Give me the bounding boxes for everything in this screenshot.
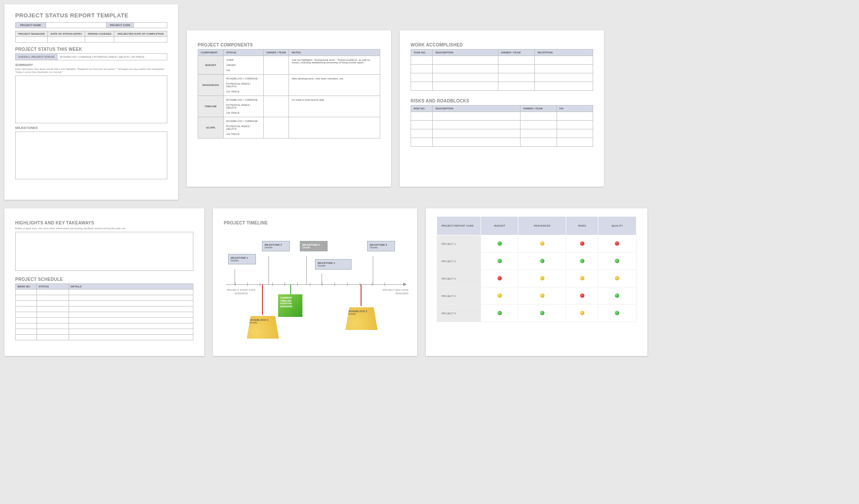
arrow-right-icon: [403, 283, 407, 286]
th-risks: RISKS: [566, 217, 598, 235]
status-this-week-heading: PROJECT STATUS THIS WEEK: [15, 47, 167, 52]
current-position: CURRENTTIMELINEPOSITION00/00/0000: [278, 294, 302, 317]
table-row: [16, 306, 193, 312]
status-dot-icon: [580, 276, 584, 280]
milestone-1: MILESTONE 1Details: [228, 254, 256, 264]
timeline-heading: PROJECT TIMELINE: [224, 221, 406, 225]
table-row: TIMELINEROADBLOCK / OVERAGE - POTENTIAL …: [198, 96, 380, 117]
label-project-code: PROJECT CODE: [106, 23, 134, 28]
status-dot-icon: [615, 293, 619, 298]
table-row: [411, 138, 593, 147]
schedule-table: WEEK NO.STATUSDETAILS: [15, 283, 193, 340]
highlights-hint: Bullets of great work, who owns what, wh…: [15, 227, 193, 230]
row-label: PROJECT 5: [437, 305, 481, 322]
table-row: [411, 73, 593, 82]
table-row: [411, 56, 593, 65]
components-table: COMPONENT STATUS OWNER / TEAM NOTES BUDG…: [198, 49, 380, 138]
highlights-box[interactable]: [15, 232, 193, 271]
table-row: [16, 295, 193, 301]
timeline-axis: [226, 284, 404, 285]
table-row: RESOURCESROADBLOCK / OVERAGE - POTENTIAL…: [198, 75, 380, 96]
table-row: [411, 112, 593, 121]
status-dot-icon: [540, 241, 544, 246]
status-dot-icon: [615, 276, 619, 280]
table-row: [16, 329, 193, 335]
summary-box[interactable]: [15, 76, 167, 123]
page-timeline: PROJECT TIMELINE MILESTONE 1Details MILE…: [213, 208, 417, 356]
th-notes: NOTES: [289, 49, 380, 56]
roadblock-2: ROADBLOCK 2Details: [345, 307, 378, 330]
table-row: PROJECT 1: [437, 235, 637, 253]
schedule-heading: PROJECT SCHEDULE: [15, 277, 193, 282]
status-dot-icon: [580, 241, 584, 246]
status-dot-icon: [540, 259, 544, 263]
label-date-entry: DATE OF STATUS ENTRY: [48, 31, 85, 37]
table-row: [16, 301, 193, 306]
milestone-5: MILESTONE 5Details: [367, 241, 395, 251]
milestone-4: MILESTONE 4Details: [315, 259, 352, 270]
summary-hint: Enter information here about overall sta…: [15, 68, 167, 74]
table-row: [16, 290, 193, 295]
table-row: BUDGETOVER - UNDER - ONCall out highligh…: [198, 56, 380, 75]
table-row: [411, 82, 593, 91]
th-owner: OWNER / TEAM: [263, 49, 289, 56]
row-label: PROJECT 4: [437, 287, 481, 305]
end-date: PROJECT END DATE00/00/0000: [378, 289, 408, 296]
page-status-report: PROJECT STATUS REPORT TEMPLATE PROJECT N…: [4, 4, 178, 200]
table-row: SCOPEROADBLOCK / OVERAGE - POTENTIAL RIS…: [198, 117, 380, 138]
status-dot-icon: [580, 293, 584, 298]
status-dot-icon: [540, 293, 544, 298]
table-row: [16, 323, 193, 329]
page-highlights-schedule: HIGHLIGHTS AND KEY TAKEAWAYS Bullets of …: [4, 208, 204, 356]
label-period: PERIOD COVERED: [85, 31, 114, 37]
status-dot-icon: [615, 259, 619, 263]
risks-table: RISK NO.DESCRIPTIONOWNER / TEAMFIX: [411, 105, 593, 147]
th-budget: BUDGET: [481, 217, 518, 235]
label-project-name: PROJECT NAME: [16, 23, 46, 28]
milestone-3: MILESTONE 3Details: [300, 241, 328, 251]
status-dot-icon: [497, 259, 502, 263]
risks-heading: RISKS AND ROADBLOCKS: [411, 99, 593, 103]
status-dot-icon: [497, 293, 502, 298]
components-heading: PROJECT COMPONENTS: [198, 43, 380, 47]
summary-heading: SUMMARY: [15, 63, 167, 67]
overall-status-options: ROADBLOCK / OVERAGE | POTENTIAL RISKS / …: [57, 54, 147, 60]
table-row: [411, 65, 593, 73]
report-card-table: PROJECT REPORT CARD BUDGET RESOURCES RIS…: [437, 216, 637, 322]
label-pm: PROJECT MANAGER: [16, 31, 48, 37]
page-title: PROJECT STATUS REPORT TEMPLATE: [15, 12, 167, 19]
row-label: PROJECT 1: [437, 235, 481, 253]
th-component: COMPONENT: [198, 49, 224, 56]
meta-table-2: PROJECT MANAGER DATE OF STATUS ENTRY PER…: [15, 31, 167, 43]
status-dot-icon: [615, 241, 619, 246]
label-completion: PROJECTED DATE OF COMPLETION: [114, 31, 167, 37]
status-row: OVERALL PROJECT STATUS ROADBLOCK / OVERA…: [15, 53, 167, 60]
status-dot-icon: [615, 311, 619, 315]
table-row: PROJECT 3: [437, 270, 637, 287]
milestones-heading: MILESTONES: [15, 126, 167, 130]
milestone-2: MILESTONE 2Details: [262, 241, 290, 251]
milestones-box[interactable]: [15, 132, 167, 179]
th-resources: RESOURCES: [518, 217, 566, 235]
status-dot-icon: [580, 311, 584, 315]
table-row: [16, 318, 193, 323]
th-quality: QUALITY: [598, 217, 636, 235]
page-components: PROJECT COMPONENTS COMPONENT STATUS OWNE…: [187, 30, 391, 187]
table-row: PROJECT 2: [437, 253, 637, 270]
highlights-heading: HIGHLIGHTS AND KEY TAKEAWAYS: [15, 221, 193, 225]
row-label: PROJECT 2: [437, 253, 481, 270]
th-status: STATUS: [223, 49, 263, 56]
work-table: TASK NO.DESCRIPTIONOWNER / TEAMRECEPTION: [411, 49, 593, 91]
meta-table-1: PROJECT NAMEPROJECT CODE: [15, 22, 167, 28]
status-dot-icon: [540, 276, 544, 280]
table-row: [16, 312, 193, 318]
page-report-card: PROJECT REPORT CARD BUDGET RESOURCES RIS…: [426, 208, 647, 356]
table-row: [411, 121, 593, 129]
table-row: [411, 129, 593, 138]
work-heading: WORK ACCOMPLISHED: [411, 43, 593, 47]
roadblock-1: ROADBLOCK 1Details: [247, 316, 279, 339]
status-dot-icon: [497, 276, 502, 280]
page-work-risks: WORK ACCOMPLISHED TASK NO.DESCRIPTIONOWN…: [400, 30, 604, 187]
table-row: PROJECT 4: [437, 287, 637, 305]
status-dot-icon: [497, 241, 502, 246]
